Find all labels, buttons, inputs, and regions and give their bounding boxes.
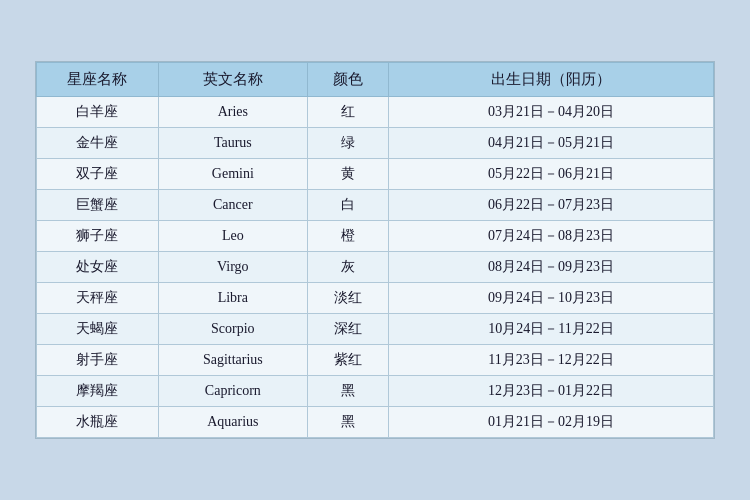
cell-birthdate: 09月24日－10月23日 <box>389 283 714 314</box>
cell-zh-name: 巨蟹座 <box>37 190 159 221</box>
cell-birthdate: 10月24日－11月22日 <box>389 314 714 345</box>
cell-color: 淡红 <box>307 283 388 314</box>
cell-en-name: Leo <box>158 221 307 252</box>
cell-birthdate: 04月21日－05月21日 <box>389 128 714 159</box>
table-row: 双子座Gemini黄05月22日－06月21日 <box>37 159 714 190</box>
cell-zh-name: 狮子座 <box>37 221 159 252</box>
cell-en-name: Gemini <box>158 159 307 190</box>
table-row: 水瓶座Aquarius黑01月21日－02月19日 <box>37 407 714 438</box>
cell-birthdate: 06月22日－07月23日 <box>389 190 714 221</box>
cell-color: 白 <box>307 190 388 221</box>
cell-en-name: Cancer <box>158 190 307 221</box>
cell-color: 红 <box>307 97 388 128</box>
table-row: 白羊座Aries红03月21日－04月20日 <box>37 97 714 128</box>
table-row: 处女座Virgo灰08月24日－09月23日 <box>37 252 714 283</box>
table-row: 射手座Sagittarius紫红11月23日－12月22日 <box>37 345 714 376</box>
cell-birthdate: 03月21日－04月20日 <box>389 97 714 128</box>
cell-en-name: Sagittarius <box>158 345 307 376</box>
table-row: 金牛座Taurus绿04月21日－05月21日 <box>37 128 714 159</box>
header-en-name: 英文名称 <box>158 63 307 97</box>
header-color: 颜色 <box>307 63 388 97</box>
table-row: 巨蟹座Cancer白06月22日－07月23日 <box>37 190 714 221</box>
cell-zh-name: 处女座 <box>37 252 159 283</box>
cell-birthdate: 11月23日－12月22日 <box>389 345 714 376</box>
cell-en-name: Aquarius <box>158 407 307 438</box>
cell-birthdate: 12月23日－01月22日 <box>389 376 714 407</box>
cell-en-name: Aries <box>158 97 307 128</box>
header-birthdate: 出生日期（阳历） <box>389 63 714 97</box>
cell-color: 灰 <box>307 252 388 283</box>
cell-color: 紫红 <box>307 345 388 376</box>
cell-color: 黑 <box>307 376 388 407</box>
cell-birthdate: 08月24日－09月23日 <box>389 252 714 283</box>
zodiac-table: 星座名称 英文名称 颜色 出生日期（阳历） 白羊座Aries红03月21日－04… <box>36 62 714 438</box>
cell-color: 黑 <box>307 407 388 438</box>
cell-zh-name: 金牛座 <box>37 128 159 159</box>
cell-zh-name: 天秤座 <box>37 283 159 314</box>
cell-birthdate: 01月21日－02月19日 <box>389 407 714 438</box>
cell-en-name: Capricorn <box>158 376 307 407</box>
cell-birthdate: 07月24日－08月23日 <box>389 221 714 252</box>
cell-zh-name: 摩羯座 <box>37 376 159 407</box>
cell-en-name: Scorpio <box>158 314 307 345</box>
cell-zh-name: 水瓶座 <box>37 407 159 438</box>
table-row: 摩羯座Capricorn黑12月23日－01月22日 <box>37 376 714 407</box>
table-row: 天秤座Libra淡红09月24日－10月23日 <box>37 283 714 314</box>
cell-birthdate: 05月22日－06月21日 <box>389 159 714 190</box>
header-zh-name: 星座名称 <box>37 63 159 97</box>
cell-en-name: Virgo <box>158 252 307 283</box>
cell-zh-name: 天蝎座 <box>37 314 159 345</box>
table-header-row: 星座名称 英文名称 颜色 出生日期（阳历） <box>37 63 714 97</box>
cell-color: 黄 <box>307 159 388 190</box>
cell-en-name: Taurus <box>158 128 307 159</box>
cell-en-name: Libra <box>158 283 307 314</box>
cell-zh-name: 白羊座 <box>37 97 159 128</box>
table-row: 天蝎座Scorpio深红10月24日－11月22日 <box>37 314 714 345</box>
cell-color: 橙 <box>307 221 388 252</box>
cell-zh-name: 双子座 <box>37 159 159 190</box>
cell-color: 绿 <box>307 128 388 159</box>
zodiac-table-container: 星座名称 英文名称 颜色 出生日期（阳历） 白羊座Aries红03月21日－04… <box>35 61 715 439</box>
cell-color: 深红 <box>307 314 388 345</box>
table-row: 狮子座Leo橙07月24日－08月23日 <box>37 221 714 252</box>
cell-zh-name: 射手座 <box>37 345 159 376</box>
